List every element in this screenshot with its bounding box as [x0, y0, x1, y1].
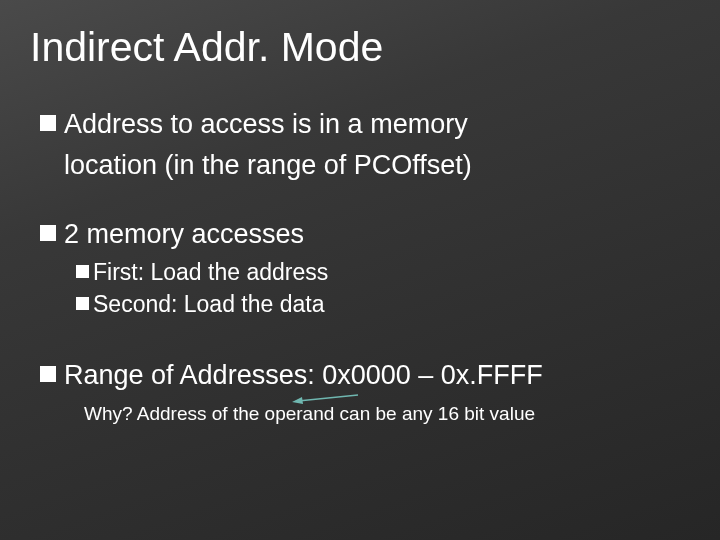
- square-bullet-icon: [76, 297, 89, 310]
- svg-line-0: [298, 395, 358, 401]
- square-bullet-icon: [40, 115, 56, 131]
- why-note: Why? Address of the operand can be any 1…: [28, 403, 680, 425]
- bullet-item: 2 memory accesses: [28, 217, 680, 252]
- bullet-item: Address to access is in a memory: [28, 107, 680, 142]
- bullet-text-cont: location (in the range of PCOffset): [28, 148, 680, 183]
- bullet-text: Address to access is in a memory: [64, 107, 468, 142]
- square-bullet-icon: [76, 265, 89, 278]
- sub-bullet-text: Second: Load the data: [93, 290, 324, 320]
- bullet-group-1: Address to access is in a memory locatio…: [28, 107, 680, 183]
- slide-title: Indirect Addr. Mode: [30, 24, 680, 71]
- bullet-group-2: 2 memory accesses First: Load the addres…: [28, 217, 680, 320]
- sub-bullet-item: Second: Load the data: [76, 290, 680, 320]
- bullet-group-3: Range of Addresses: 0x0000 – 0x.FFFF: [28, 358, 680, 393]
- sub-bullet-group: First: Load the address Second: Load the…: [28, 258, 680, 320]
- square-bullet-icon: [40, 366, 56, 382]
- bullet-text: 2 memory accesses: [64, 217, 304, 252]
- bullet-text: Range of Addresses: 0x0000 – 0x.FFFF: [64, 358, 543, 393]
- bullet-item: Range of Addresses: 0x0000 – 0x.FFFF: [28, 358, 680, 393]
- square-bullet-icon: [40, 225, 56, 241]
- why-text: Why? Address of the operand can be any 1…: [84, 403, 535, 424]
- sub-bullet-text: First: Load the address: [93, 258, 328, 288]
- sub-bullet-item: First: Load the address: [76, 258, 680, 288]
